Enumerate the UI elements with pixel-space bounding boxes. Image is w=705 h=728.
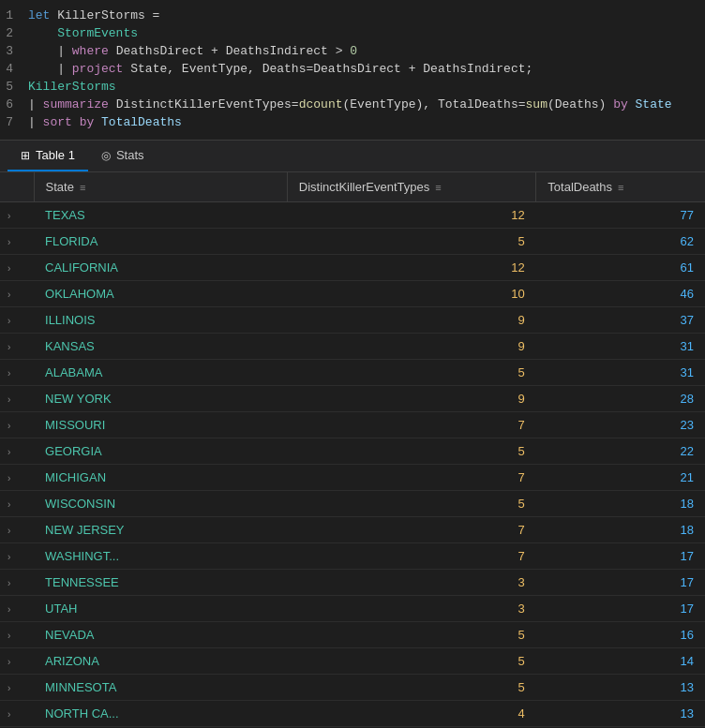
chevron-right-icon: › xyxy=(8,578,10,588)
chevron-right-icon: › xyxy=(8,709,10,720)
line-content: | sort by TotalDeaths xyxy=(28,115,705,129)
table-row[interactable]: ›MISSOURI723 xyxy=(0,412,705,438)
cell-state: ALABAMA xyxy=(34,360,287,386)
cell-state: NEW JERSEY xyxy=(34,517,287,543)
table-row[interactable]: ›TEXAS1277 xyxy=(0,202,705,229)
cell-distinct: 12 xyxy=(287,255,536,281)
sort-icon-total: ≡ xyxy=(618,182,623,193)
cell-total: 28 xyxy=(536,386,705,412)
expand-cell[interactable]: › xyxy=(0,438,34,465)
table-row[interactable]: ›NEW YORK928 xyxy=(0,386,705,412)
cell-state: MINNESOTA xyxy=(34,675,287,701)
expand-cell[interactable]: › xyxy=(0,517,34,543)
expand-cell[interactable]: › xyxy=(0,360,34,386)
table-row[interactable]: ›KANSAS931 xyxy=(0,334,705,360)
th-total[interactable]: TotalDeaths ≡ xyxy=(536,172,705,202)
code-editor: 1let KillerStorms = 2 StormEvents3 | whe… xyxy=(0,0,705,141)
expand-cell[interactable]: › xyxy=(0,648,34,675)
cell-total: 31 xyxy=(536,360,705,386)
cell-total: 13 xyxy=(536,701,705,727)
th-distinct[interactable]: DistinctKillerEventTypes ≡ xyxy=(287,172,536,202)
tab-table-1[interactable]: ⊞Table 1 xyxy=(8,141,88,171)
line-number: 1 xyxy=(0,8,28,22)
expand-cell[interactable]: › xyxy=(0,255,34,281)
cell-distinct: 9 xyxy=(287,307,536,334)
table-row[interactable]: ›WASHINGT...717 xyxy=(0,543,705,570)
cell-state: ARIZONA xyxy=(34,648,287,675)
cell-state: OKLAHOMA xyxy=(34,281,287,307)
table-row[interactable]: ›WISCONSIN518 xyxy=(0,491,705,517)
sort-icon-state: ≡ xyxy=(80,182,85,193)
table-row[interactable]: ›ILLINOIS937 xyxy=(0,307,705,334)
table-row[interactable]: ›OKLAHOMA1046 xyxy=(0,281,705,307)
expand-cell[interactable]: › xyxy=(0,570,34,596)
expand-cell[interactable]: › xyxy=(0,701,34,727)
chevron-right-icon: › xyxy=(8,263,10,274)
cell-total: 31 xyxy=(536,334,705,360)
table-row[interactable]: ›NEW JERSEY718 xyxy=(0,517,705,543)
chevron-right-icon: › xyxy=(8,526,10,536)
table-row[interactable]: ›UTAH317 xyxy=(0,596,705,622)
cell-total: 18 xyxy=(536,491,705,517)
expand-cell[interactable]: › xyxy=(0,412,34,438)
cell-state: ILLINOIS xyxy=(34,307,287,334)
cell-distinct: 3 xyxy=(287,570,536,596)
th-state[interactable]: State ≡ xyxy=(34,172,287,202)
chevron-right-icon: › xyxy=(8,499,10,510)
chevron-right-icon: › xyxy=(8,342,10,352)
cell-state: KANSAS xyxy=(34,334,287,360)
cell-state: MISSOURI xyxy=(34,412,287,438)
table-header: State ≡ DistinctKillerEventTypes ≡ Total… xyxy=(0,172,705,202)
tab-stats[interactable]: ◎Stats xyxy=(88,141,158,171)
col-distinct-label: DistinctKillerEventTypes xyxy=(299,180,429,194)
expand-cell[interactable]: › xyxy=(0,281,34,307)
code-line-3: 3 | where DeathsDirect + DeathsIndirect … xyxy=(0,43,705,61)
table-row[interactable]: ›CALIFORNIA1261 xyxy=(0,255,705,281)
cell-state: NORTH CA... xyxy=(34,701,287,727)
expand-cell[interactable]: › xyxy=(0,675,34,701)
chevron-right-icon: › xyxy=(8,316,10,326)
expand-cell[interactable]: › xyxy=(0,596,34,622)
chevron-right-icon: › xyxy=(8,368,10,379)
expand-cell[interactable]: › xyxy=(0,622,34,648)
expand-cell[interactable]: › xyxy=(0,386,34,412)
cell-distinct: 9 xyxy=(287,386,536,412)
code-line-5: 5KillerStorms xyxy=(0,79,705,97)
cell-total: 37 xyxy=(536,307,705,334)
cell-total: 17 xyxy=(536,543,705,570)
cell-distinct: 9 xyxy=(287,334,536,360)
chevron-right-icon: › xyxy=(8,683,10,693)
cell-state: WASHINGT... xyxy=(34,543,287,570)
chevron-right-icon: › xyxy=(8,657,10,667)
expand-cell[interactable]: › xyxy=(0,229,34,255)
cell-state: NEVADA xyxy=(34,622,287,648)
cell-distinct: 5 xyxy=(287,648,536,675)
expand-cell[interactable]: › xyxy=(0,491,34,517)
cell-total: 14 xyxy=(536,648,705,675)
table-row[interactable]: ›TENNESSEE317 xyxy=(0,570,705,596)
table-row[interactable]: ›ARIZONA514 xyxy=(0,648,705,675)
code-line-1: 1let KillerStorms = xyxy=(0,7,705,25)
line-content: let KillerStorms = xyxy=(28,8,705,22)
table-row[interactable]: ›MICHIGAN721 xyxy=(0,465,705,491)
code-line-7: 7| sort by TotalDeaths xyxy=(0,114,705,132)
line-number: 3 xyxy=(0,44,28,58)
expand-cell[interactable]: › xyxy=(0,334,34,360)
table-body: ›TEXAS1277›FLORIDA562›CALIFORNIA1261›OKL… xyxy=(0,202,705,729)
cell-state: FLORIDA xyxy=(34,229,287,255)
table-row[interactable]: ›NORTH CA...413 xyxy=(0,701,705,727)
cell-state: WISCONSIN xyxy=(34,491,287,517)
table-row[interactable]: ›MINNESOTA513 xyxy=(0,675,705,701)
expand-cell[interactable]: › xyxy=(0,307,34,334)
cell-state: CALIFORNIA xyxy=(34,255,287,281)
table-row[interactable]: ›NEVADA516 xyxy=(0,622,705,648)
expand-cell[interactable]: › xyxy=(0,202,34,229)
cell-distinct: 5 xyxy=(287,491,536,517)
expand-cell[interactable]: › xyxy=(0,543,34,570)
table-row[interactable]: ›ALABAMA531 xyxy=(0,360,705,386)
table-row[interactable]: ›FLORIDA562 xyxy=(0,229,705,255)
cell-state: MICHIGAN xyxy=(34,465,287,491)
table-row[interactable]: ›GEORGIA522 xyxy=(0,438,705,465)
expand-cell[interactable]: › xyxy=(0,465,34,491)
chevron-right-icon: › xyxy=(8,552,10,562)
